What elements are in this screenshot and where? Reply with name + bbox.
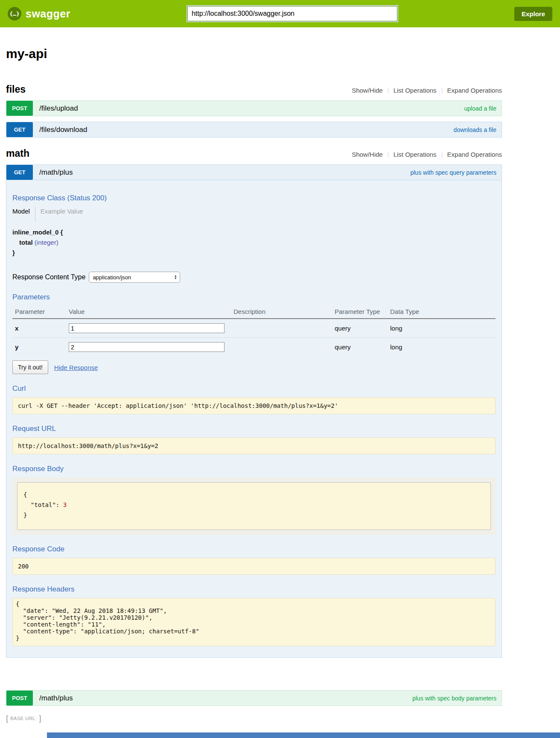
base-url-bracket-open: [ — [6, 714, 8, 723]
http-method-badge: GET — [6, 165, 33, 180]
parameter-description — [231, 319, 332, 338]
col-value: Value — [66, 306, 231, 319]
parameter-row-x: x query long — [12, 319, 496, 338]
operation-heading[interactable]: GET /files/download downloads a file — [6, 122, 502, 138]
expand-operations-link[interactable]: Expand Operations — [442, 151, 502, 158]
response-content-type-label: Response Content Type — [12, 273, 85, 281]
http-method-badge: POST — [6, 691, 33, 706]
operation-get-files-download: GET /files/download downloads a file — [6, 122, 502, 138]
col-parameter: Parameter — [12, 306, 66, 319]
operation-path-link[interactable]: /files/upload — [39, 104, 78, 113]
list-operations-link[interactable]: List Operations — [388, 151, 442, 158]
operation-heading[interactable]: POST /files/upload upload a file — [6, 100, 502, 116]
col-data-type: Data Type — [388, 306, 496, 319]
model-open: inline_model_0 { — [12, 227, 496, 237]
base-url-bracket-close: ] — [39, 714, 41, 723]
response-content-type-row: Response Content Type application/json ▴… — [12, 272, 496, 283]
param-y-input[interactable] — [69, 342, 225, 352]
operation-summary-link[interactable]: downloads a file — [454, 126, 496, 133]
response-content-type-select[interactable]: application/json ▴ ▾ — [89, 272, 180, 283]
model-property: total (integer) — [12, 237, 496, 248]
base-url-label: BASE URL: — [10, 716, 37, 721]
col-parameter-type: Parameter Type — [332, 306, 388, 319]
response-code-value: 200 — [12, 558, 496, 575]
swagger-logo-icon: {…} — [8, 7, 21, 20]
parameters-header-row: Parameter Value Description Parameter Ty… — [12, 306, 496, 319]
operation-expanded-panel: Response Class (Status 200) Model Exampl… — [6, 180, 502, 658]
operation-post-files-upload: POST /files/upload upload a file — [6, 100, 502, 116]
request-url-value: http://localhost:3000/math/plus?x=1&y=2 — [12, 437, 496, 454]
operation-summary-link[interactable]: plus with spec query parameters — [410, 169, 496, 176]
swagger-brand-link[interactable]: {…} swagger — [8, 7, 70, 20]
tab-example-value[interactable]: Example Value — [41, 207, 83, 216]
model-close: } — [12, 248, 496, 258]
hide-response-link[interactable]: Hide Response — [54, 364, 98, 371]
http-method-badge: POST — [6, 101, 33, 116]
request-url-heading: Request URL — [12, 425, 496, 433]
parameters-table: Parameter Value Description Parameter Ty… — [12, 306, 496, 356]
response-class-heading: Response Class (Status 200) — [12, 194, 496, 202]
response-body-container: { "total": 3 } — [12, 477, 496, 535]
operation-get-math-plus: GET /math/plus plus with spec query para… — [6, 164, 502, 658]
parameter-data-type: long — [388, 338, 496, 357]
expand-operations-link[interactable]: Expand Operations — [442, 87, 502, 94]
parameter-description — [231, 338, 332, 357]
response-code-heading: Response Code — [12, 545, 496, 554]
operation-summary-link[interactable]: plus with spec body parameters — [412, 695, 496, 702]
operation-heading[interactable]: GET /math/plus plus with spec query para… — [6, 164, 502, 180]
section-title-math[interactable]: math — [6, 148, 29, 159]
show-hide-link[interactable]: Show/Hide — [347, 87, 388, 94]
section-head-files: files Show/Hide List Operations Expand O… — [6, 84, 502, 95]
parameter-name: y — [12, 338, 66, 357]
explore-button[interactable]: Explore — [514, 7, 552, 21]
curl-command: curl -X GET --header 'Accept: applicatio… — [12, 397, 496, 414]
parameters-heading: Parameters — [12, 293, 496, 302]
col-description: Description — [231, 306, 332, 319]
parameter-row-y: y query long — [12, 338, 496, 357]
operation-post-math-plus: POST /math/plus plus with spec body para… — [6, 690, 502, 706]
list-operations-link[interactable]: List Operations — [388, 87, 442, 94]
show-hide-link[interactable]: Show/Hide — [347, 151, 388, 158]
brand-name: swagger — [26, 8, 70, 20]
model-property-name: total — [19, 239, 33, 246]
parameter-type: query — [332, 319, 388, 338]
tab-divider — [35, 207, 35, 221]
http-method-badge: GET — [6, 122, 33, 137]
spec-url-input[interactable] — [187, 6, 397, 21]
operation-path-link[interactable]: /math/plus — [39, 168, 73, 177]
operation-heading[interactable]: POST /math/plus plus with spec body para… — [6, 690, 502, 706]
param-x-input[interactable] — [69, 323, 225, 333]
operation-path-link[interactable]: /files/download — [39, 126, 87, 134]
model-property-type: (integer) — [35, 239, 58, 246]
try-row: Try it out! Hide Response — [12, 360, 496, 374]
operation-path-link[interactable]: /math/plus — [39, 694, 73, 703]
section-head-math: math Show/Hide List Operations Expand Op… — [6, 148, 502, 159]
section-title-files[interactable]: files — [6, 84, 26, 95]
section-controls: Show/Hide List Operations Expand Operati… — [347, 151, 502, 158]
top-bar: {…} swagger Explore — [0, 0, 560, 27]
operation-summary-link[interactable]: upload a file — [464, 105, 496, 112]
select-arrows-icon: ▴ ▾ — [166, 275, 176, 280]
section-controls: Show/Hide List Operations Expand Operati… — [347, 87, 502, 94]
model-tabs: Model Example Value — [12, 207, 496, 221]
response-body-json: { "total": 3 } — [17, 482, 491, 530]
parameter-data-type: long — [388, 319, 496, 338]
curl-heading: Curl — [12, 384, 496, 393]
selected-content-type: application/json — [93, 274, 131, 281]
parameter-name: x — [12, 319, 66, 338]
tab-model[interactable]: Model — [12, 207, 30, 216]
content-wrap: my-api files Show/Hide List Operations E… — [6, 47, 502, 723]
response-headers-json: { "date": "Wed, 22 Aug 2018 18:49:13 GMT… — [12, 598, 496, 646]
page-title: my-api — [6, 47, 502, 61]
response-headers-heading: Response Headers — [12, 585, 496, 594]
model-signature: inline_model_0 { total (integer) } — [12, 227, 496, 258]
try-it-out-button[interactable]: Try it out! — [12, 360, 48, 374]
bottom-partial-bar — [47, 732, 560, 738]
response-body-heading: Response Body — [12, 465, 496, 473]
parameter-type: query — [332, 338, 388, 357]
base-url-footer: [ BASE URL: ] — [6, 714, 502, 723]
